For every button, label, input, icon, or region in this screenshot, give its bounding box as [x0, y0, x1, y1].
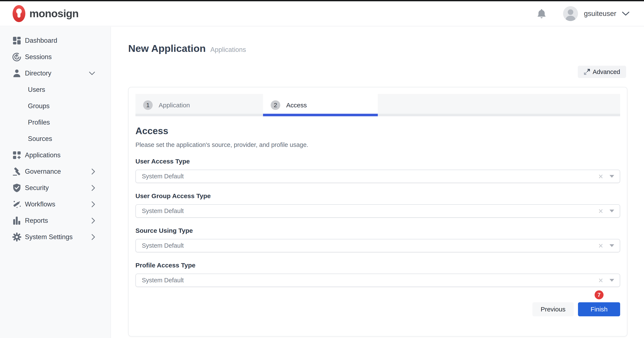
dashboard-grid-icon: [12, 36, 22, 45]
sidebar-item-label: Applications: [25, 151, 60, 159]
tab-label: Application: [159, 102, 190, 109]
chevron-right-icon: [91, 217, 95, 224]
bar-chart-icon: [12, 216, 22, 225]
wizard-footer: Previous 7 Finish: [136, 302, 620, 316]
notification-count-badge: 7: [594, 290, 604, 299]
field-source-using-type: Source Using Type System Default ×: [136, 227, 620, 252]
sidebar-nav: Dashboard Sessions Directory: [0, 27, 111, 338]
active-tab-indicator: [263, 114, 378, 116]
caret-down-icon: [610, 244, 614, 247]
page-heading-group: New Application Applications: [128, 42, 246, 54]
section-description: Please set the application's source, pro…: [136, 141, 620, 148]
user-access-type-select[interactable]: System Default ×: [136, 170, 620, 183]
sidebar-item-system-settings[interactable]: System Settings: [0, 229, 110, 245]
sidebar-item-security[interactable]: Security: [0, 180, 110, 196]
clear-icon[interactable]: ×: [598, 207, 603, 215]
sidebar-item-directory[interactable]: Directory: [0, 65, 110, 81]
user-group-access-type-select[interactable]: System Default ×: [136, 204, 620, 218]
wizard-steps: 1 Application 2 Access: [136, 94, 620, 116]
field-label: User Group Access Type: [136, 192, 620, 200]
finish-button-wrap: 7 Finish: [578, 302, 620, 316]
user-menu-chevron-down-icon[interactable]: [622, 11, 630, 16]
sidebar-item-label: Governance: [25, 168, 61, 175]
sidebar-item-label: Workflows: [25, 200, 55, 208]
field-user-access-type: User Access Type System Default ×: [136, 158, 620, 183]
sidebar-item-label: Profiles: [28, 119, 50, 126]
previous-button[interactable]: Previous: [532, 302, 574, 316]
chevron-right-icon: [91, 201, 95, 207]
chevron-right-icon: [91, 234, 95, 240]
sidebar-item-applications[interactable]: Applications: [0, 147, 110, 163]
shield-check-icon: [12, 183, 22, 193]
header-right-group: gsuiteuser: [537, 6, 632, 21]
sidebar-item-users[interactable]: Users: [0, 81, 110, 98]
sidebar-item-label: System Settings: [25, 233, 72, 241]
sidebar-item-sessions[interactable]: Sessions: [0, 49, 110, 65]
finish-button[interactable]: Finish: [578, 302, 620, 316]
field-label: Source Using Type: [136, 227, 620, 234]
magic-wand-icon: [12, 200, 22, 209]
select-value: System Default: [142, 277, 598, 284]
select-value: System Default: [142, 207, 598, 214]
sidebar-item-profiles[interactable]: Profiles: [0, 114, 110, 131]
username-label: gsuiteuser: [584, 9, 616, 18]
section-heading: Access: [136, 126, 620, 136]
field-user-group-access-type: User Group Access Type System Default ×: [136, 192, 620, 218]
profile-access-type-select[interactable]: System Default ×: [136, 274, 620, 287]
breadcrumb: Applications: [210, 46, 246, 54]
advanced-button[interactable]: Advanced: [578, 66, 626, 78]
app-root: monosign gsuiteuser: [0, 0, 644, 338]
clear-icon[interactable]: ×: [598, 172, 603, 180]
source-using-type-select[interactable]: System Default ×: [136, 239, 620, 252]
sidebar-item-groups[interactable]: Groups: [0, 98, 110, 114]
expand-arrows-icon: [584, 69, 590, 75]
sessions-radar-icon: [12, 52, 22, 62]
sidebar-item-label: Sources: [28, 135, 52, 143]
field-label: User Access Type: [136, 158, 620, 165]
sidebar-item-label: Reports: [25, 217, 48, 224]
select-value: System Default: [142, 173, 598, 180]
sidebar-item-label: Sessions: [25, 53, 52, 61]
sidebar-item-governance[interactable]: Governance: [0, 163, 110, 180]
sidebar-item-sources[interactable]: Sources: [0, 131, 110, 147]
top-header: monosign gsuiteuser: [0, 1, 644, 26]
field-label: Profile Access Type: [136, 262, 620, 269]
sidebar-item-label: Directory: [25, 69, 51, 77]
person-icon: [12, 69, 22, 78]
gear-icon: [12, 233, 22, 241]
chevron-right-icon: [91, 168, 95, 175]
field-profile-access-type: Profile Access Type System Default ×: [136, 262, 620, 287]
step-number-badge: 1: [143, 100, 153, 110]
applications-grid-plus-icon: [12, 151, 22, 160]
clear-icon[interactable]: ×: [598, 242, 603, 250]
caret-down-icon: [610, 175, 614, 178]
tab-application[interactable]: 1 Application: [136, 94, 263, 116]
notifications-bell-icon[interactable]: [537, 9, 546, 18]
gavel-icon: [12, 167, 22, 176]
chevron-right-icon: [91, 185, 95, 191]
step-number-badge: 2: [271, 100, 280, 110]
clear-icon[interactable]: ×: [598, 276, 603, 284]
wizard-card: 1 Application 2 Access Access Please set…: [128, 87, 628, 337]
sidebar-item-label: Users: [28, 86, 45, 94]
sidebar-item-label: Groups: [28, 102, 50, 110]
tab-label: Access: [286, 102, 307, 109]
user-avatar[interactable]: [563, 6, 578, 21]
caret-down-icon: [610, 279, 614, 282]
advanced-button-label: Advanced: [593, 68, 620, 75]
page-title: New Application: [128, 42, 206, 54]
sidebar-item-label: Security: [25, 184, 49, 192]
caret-down-icon: [610, 210, 614, 212]
tab-access[interactable]: 2 Access: [263, 94, 378, 116]
select-value: System Default: [142, 242, 598, 249]
main-content: New Application Applications Advanced 1 …: [111, 27, 644, 338]
sidebar-item-dashboard[interactable]: Dashboard: [0, 32, 110, 49]
brand-logo[interactable]: monosign: [12, 5, 78, 22]
sidebar-item-workflows[interactable]: Workflows: [0, 196, 110, 212]
chevron-down-icon: [89, 71, 95, 75]
sidebar-item-reports[interactable]: Reports: [0, 212, 110, 229]
monosign-logo-icon: [12, 5, 26, 22]
sidebar-item-label: Dashboard: [25, 37, 57, 44]
brand-name: monosign: [30, 7, 78, 20]
